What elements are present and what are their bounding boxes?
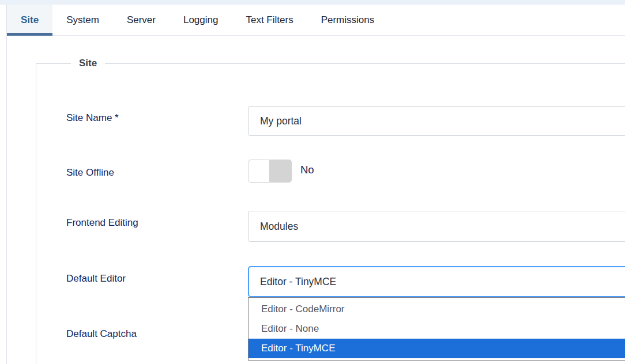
tab-text-filters[interactable]: Text Filters — [232, 5, 307, 35]
site-fieldset-legend: Site — [71, 58, 105, 69]
card-left-border — [6, 5, 7, 364]
tab-system-label: System — [66, 14, 99, 26]
config-tabbar: Site System Server Logging Text Filters … — [7, 5, 625, 36]
default-editor-dropdown: Editor - CodeMirror Editor - None Editor… — [248, 297, 625, 361]
tab-site-label: Site — [21, 14, 39, 26]
frontend-editing-value: Modules — [260, 221, 298, 233]
frontend-editing-label: Frontend Editing — [66, 216, 236, 230]
tab-logging[interactable]: Logging — [170, 5, 232, 35]
default-editor-value: Editor - TinyMCE — [260, 276, 336, 288]
global-configuration-page: Site System Server Logging Text Filters … — [0, 0, 625, 364]
tab-system[interactable]: System — [52, 5, 113, 35]
default-captcha-label: Default Captcha — [66, 327, 236, 341]
default-editor-select[interactable]: Editor - TinyMCE — [248, 266, 625, 297]
dropdown-option-codemirror[interactable]: Editor - CodeMirror — [249, 299, 625, 319]
tab-text-filters-label: Text Filters — [246, 14, 293, 26]
page-top-strip — [0, 0, 625, 5]
toggle-track — [270, 160, 292, 183]
site-name-input[interactable] — [248, 106, 625, 136]
site-offline-toggle[interactable] — [248, 160, 292, 183]
site-offline-label: Site Offline — [66, 166, 236, 180]
tab-logging-label: Logging — [183, 14, 219, 26]
frontend-editing-select[interactable]: Modules — [248, 211, 625, 242]
toggle-knob — [248, 160, 270, 183]
dropdown-option-tinymce[interactable]: Editor - TinyMCE — [249, 339, 625, 358]
tab-permissions[interactable]: Permissions — [307, 5, 389, 35]
site-name-label: Site Name * — [66, 111, 236, 125]
tab-server[interactable]: Server — [113, 5, 170, 35]
site-offline-value: No — [300, 164, 314, 176]
tab-server-label: Server — [127, 14, 156, 26]
default-editor-label: Default Editor — [66, 272, 236, 286]
tab-site[interactable]: Site — [7, 5, 52, 35]
dropdown-option-none[interactable]: Editor - None — [249, 319, 625, 339]
tab-permissions-label: Permissions — [321, 14, 375, 26]
